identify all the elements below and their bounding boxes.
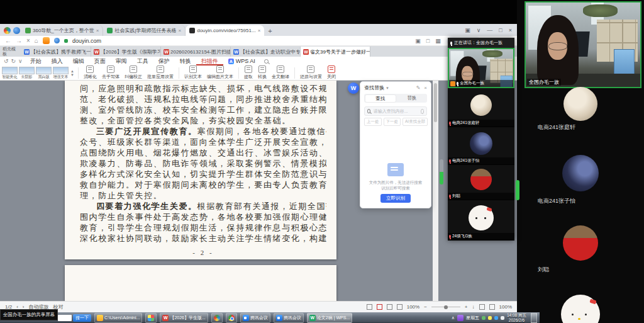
menu-page[interactable]: 页面 (89, 57, 111, 65)
participant-tile-self[interactable]: 全国办毛一族 (448, 48, 514, 88)
extract-button[interactable]: 提取 (242, 65, 255, 80)
tray-app-icon[interactable] (457, 315, 464, 321)
undo-icon[interactable]: ↺ (4, 58, 9, 64)
browser-close-button[interactable]: × (509, 27, 512, 33)
batch-apply-button[interactable]: 批量应用设置 (145, 65, 176, 80)
taskbar-app-wps-active[interactable]: W 论文2稿 | WPS... (307, 313, 352, 323)
browser-tab-3-active[interactable]: douyin.com/video/75951... × (186, 25, 264, 36)
tab-close-icon[interactable]: × (258, 28, 261, 33)
tray-icon-white[interactable] (501, 316, 504, 320)
active-speaker-video[interactable]: 全国办毛一族 (525, 1, 641, 88)
docer-template-tab[interactable]: 稻壳模板 (0, 47, 21, 57)
convert-button[interactable]: 转换 (255, 65, 269, 80)
taskbar-app-wps-doc[interactable]: W 【2026】学生版... (160, 313, 208, 323)
participant-tile[interactable]: 电商241张子怡 (448, 127, 514, 165)
tray-expand-icon[interactable]: ∧ (452, 315, 455, 320)
favorites-icon[interactable] (43, 37, 50, 44)
home-icon[interactable]: ⌂ (35, 38, 38, 44)
pin-panel-icon[interactable]: ✎ (416, 85, 421, 91)
menu-start[interactable]: 开始 (25, 57, 47, 65)
menu-tools[interactable]: 工具 (132, 57, 153, 65)
search-options-icon[interactable] (421, 109, 424, 114)
menu-edit[interactable]: 编辑 (68, 57, 89, 65)
view-mode-icon-4[interactable] (397, 304, 402, 310)
restore-settings-button[interactable]: 还原与设置 (297, 65, 325, 80)
scan-style-smart-beautify[interactable]: 智能美化 (2, 67, 18, 79)
taskbar-app-grid[interactable] (145, 313, 157, 323)
close-panel-icon[interactable]: × (424, 85, 427, 91)
recognize-now-button[interactable]: 立即识别 (380, 194, 411, 203)
tray-icon-yellow[interactable] (488, 316, 492, 320)
menu-scan-active[interactable]: 扫描件 (196, 57, 223, 65)
scan-style-black-white[interactable]: 黑白版 (36, 67, 52, 79)
panel-dropdown-icon[interactable]: ▼ (386, 86, 389, 90)
wps-doc-tab-5-active[interactable]: W 省文39号关于进一步做好一... ▼ (301, 47, 370, 57)
tab-close-icon[interactable]: × (179, 28, 182, 33)
scrollbar-thumb[interactable] (434, 83, 437, 122)
taskbar-clock[interactable]: 14:08 周五 2026/2/6 (507, 313, 526, 323)
document-canvas[interactable]: 间，应急照明和疏散指示标志缺失、损坏，电气线路敷设不规 范、老化破损、违规私拉电… (0, 81, 517, 301)
history-dropdown-icon[interactable]: ∨ (18, 58, 23, 64)
wps-ai-bubble[interactable]: W (348, 82, 359, 94)
document-page-1[interactable]: 间，应急照明和疏散指示标志缺失、损坏，电气线路敷设不规 范、老化破损、违规私拉电… (65, 81, 336, 259)
tab-chevron-icon[interactable]: ∨ (477, 27, 481, 33)
ai-find-all-button[interactable]: AI查找全部 (402, 118, 428, 126)
remove-handwriting-button[interactable]: 去手写体 (99, 65, 122, 80)
fullscreen-icon[interactable] (489, 304, 495, 310)
address-bar[interactable]: douyin.com (72, 38, 101, 44)
translate-button[interactable]: 全文翻译 (269, 65, 292, 80)
tab-replace[interactable]: 替换 (397, 94, 428, 103)
view-mode-icon-3[interactable] (387, 304, 392, 310)
browser-maximize-button[interactable]: □ (499, 27, 502, 33)
extensions-icon[interactable]: ▦ (435, 38, 441, 44)
tab-find[interactable]: 查找 (365, 95, 396, 102)
new-tab-button[interactable]: + (268, 27, 272, 35)
taskbar-app-meeting-2[interactable]: 腾讯会议 (274, 313, 304, 323)
scan-style-enhance-text[interactable]: 增强文本 (53, 67, 69, 79)
browser-tab-2[interactable]: 社会实践|学期师范任务表格 × (103, 25, 186, 36)
browser-logo-icon[interactable] (4, 27, 11, 34)
redo-icon[interactable]: ↻ (11, 58, 16, 64)
taskbar-app-meeting-1[interactable]: 腾讯会议 (240, 313, 270, 323)
scan-style-remove-shadow[interactable]: 去阴影 (19, 67, 35, 79)
taskbar-search-button[interactable]: 搜一下 (73, 314, 91, 322)
tab-close-icon[interactable]: × (96, 28, 99, 33)
edit-image-text-button[interactable]: 编辑图片文本 (204, 65, 236, 80)
ocr-text-button[interactable]: 识别文本 (182, 65, 204, 80)
wps-doc-tab-2[interactable]: W 【2026】学生版《假期学习（水彩 (91, 47, 161, 57)
browser-profile-icon[interactable] (13, 27, 20, 34)
find-prev-button[interactable]: 上一处 (364, 118, 382, 126)
stop-icon[interactable]: × (26, 38, 30, 44)
participant-tile[interactable]: 24级飞G族 (448, 200, 514, 241)
tray-icon-blue[interactable] (494, 316, 498, 320)
gallery-scroll-buttons[interactable]: ▲▼ (70, 69, 74, 77)
find-input[interactable] (372, 108, 419, 114)
search-command-icon[interactable] (264, 59, 269, 64)
back-icon[interactable]: ← (5, 38, 11, 44)
taskbar-app-chrome[interactable] (226, 313, 237, 323)
zoom-value[interactable]: 100% (407, 304, 419, 310)
zoom-slider[interactable] (431, 307, 460, 307)
meeting-floating-panel[interactable]: 正在讲话：全国办毛一族 全国办毛一族 电商241张庭轩 (448, 38, 514, 241)
browser-minimize-button[interactable]: — (487, 27, 492, 33)
find-search-box[interactable] (364, 106, 427, 116)
menu-insert[interactable]: 插入 (47, 57, 68, 65)
screenshot-icon[interactable]: ▣ (415, 38, 421, 44)
zoom-in-icon[interactable]: + (465, 304, 468, 310)
window-icon[interactable]: □ (426, 38, 430, 44)
taskbar-search-input[interactable] (58, 315, 72, 321)
download-icon[interactable]: ↓ (472, 304, 475, 310)
wps-doc-tab-4[interactable]: W 【社会实践】走访职业中专和企业认 (231, 47, 301, 57)
wps-ai-menu[interactable]: A WPS AI (223, 58, 260, 64)
menu-convert[interactable]: 转换 (175, 57, 196, 65)
taskbar-app-360-browser[interactable] (211, 313, 223, 323)
forward-icon[interactable]: → (16, 38, 22, 44)
browser-tab-1[interactable]: 360导航_一个主页，整个世 × (21, 25, 103, 36)
show-desktop-button[interactable] (531, 313, 537, 323)
view-mode-icon-2[interactable] (377, 304, 382, 310)
document-scrollbar[interactable] (433, 81, 438, 301)
participant-tile[interactable]: 刘聪 (448, 165, 514, 200)
speaking-banner[interactable]: 正在讲话：全国办毛一族 (448, 38, 514, 48)
tab-list-icon[interactable]: ▣ (465, 27, 470, 33)
wps-doc-tab-1[interactable]: W 【社会实践】携手教师飞一块花园 (21, 47, 91, 57)
